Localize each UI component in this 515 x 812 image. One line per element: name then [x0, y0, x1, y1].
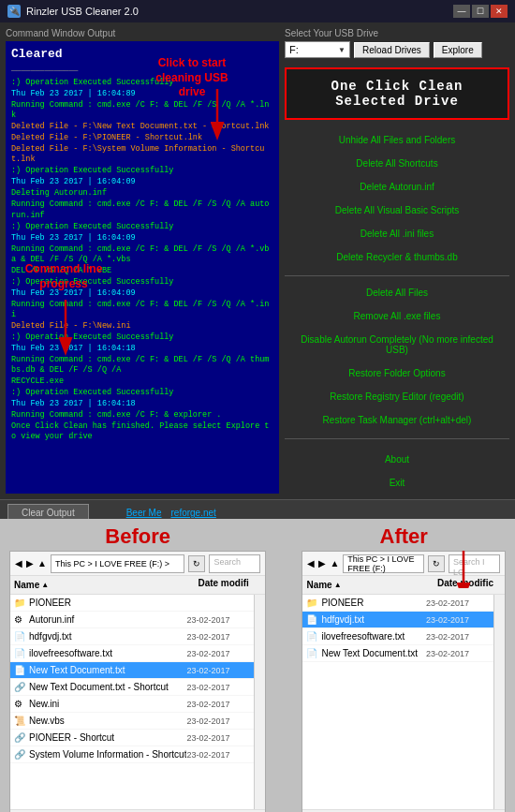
cmd-line: RECYCLE.exe [11, 376, 273, 387]
cmd-line: Deleted File - F:\System Volume Informat… [11, 144, 273, 165]
minimize-button[interactable]: — [453, 5, 470, 18]
delete-autorun-button[interactable]: Delete Autorun.inf [285, 178, 509, 196]
delete-all-files-button[interactable]: Delete All Files [285, 284, 509, 302]
after-explorer[interactable]: ◀ ▶ ▲ This PC > I LOVE FREE (F:) ↻ Searc… [302, 551, 506, 812]
list-item[interactable]: 🔗 System Volume Information - Shortcut 2… [10, 746, 254, 763]
after-column: After ◀ ▶ ▲ This PC > I LOVE FREE (F:) [298, 523, 509, 812]
maximize-button[interactable]: ☐ [472, 5, 489, 18]
cmd-separator: —————————————— [11, 66, 273, 77]
name-column-header: Name ▲ [306, 578, 437, 592]
cmd-line: :) Operation Executed Successfully [11, 277, 273, 288]
drive-panel-title: Select Your USB Drive [285, 28, 509, 38]
list-item[interactable]: ⚙ New.ini 23-02-2017 [10, 696, 254, 713]
cmd-line: Thu Feb 23 2017 | 16:04:09 [11, 177, 273, 187]
cmd-line: Thu Feb 23 2017 | 16:04:09 [11, 288, 273, 299]
close-button[interactable]: ✕ [491, 5, 508, 18]
back-icon[interactable]: ◀ [15, 558, 22, 568]
shortcut-icon: 🔗 [14, 749, 27, 760]
drive-section: Select Your USB Drive F: ▼ Reload Drives… [285, 28, 509, 64]
reforge-link[interactable]: reforge.net [171, 508, 216, 518]
cmd-output: Cleared —————————————— :) Operation Exec… [6, 41, 279, 494]
path-text: This PC > I LOVE FREE (F:) [347, 554, 419, 573]
after-addressbar: ◀ ▶ ▲ This PC > I LOVE FREE (F:) ↻ Searc… [302, 552, 505, 576]
list-item[interactable]: 📄 New Text Document.txt 23-02-2017 [10, 662, 254, 679]
delete-recycler-button[interactable]: Delete Recycler & thumbs.db [285, 248, 509, 266]
restore-folder-options-button[interactable]: Restore Folder Options [285, 364, 509, 382]
list-item[interactable]: 📄 ilovefreesoftware.txt 23-02-2017 [10, 645, 254, 662]
window-title: Rinzler USB Cleaner 2.0 [26, 6, 139, 17]
list-item[interactable]: 📄 New Text Document.txt 23-02-2017 [302, 645, 493, 662]
unhide-files-button[interactable]: Unhide All Files and Folders [285, 131, 509, 149]
list-item[interactable]: 🔗 New Text Document.txt - Shortcut 23-02… [10, 679, 254, 696]
forward-icon[interactable]: ▶ [318, 558, 326, 568]
cmd-line: Deleted File - F:\New Text Document.txt … [11, 122, 273, 132]
list-item[interactable]: 📁 PIONEER 23-02-2017 [302, 595, 493, 612]
cmd-line: :) Operation Executed Successfully [11, 332, 273, 343]
cmd-line: Deleted File - F:\New.ini [11, 321, 273, 332]
app-icon: 🔌 [7, 5, 21, 18]
separator-2 [285, 438, 509, 439]
restore-registry-button[interactable]: Restore Registry Editor (regedit) [285, 388, 509, 406]
file-icon: 📄 [14, 631, 27, 642]
cmd-line: Running Command : cmd.exe /C F: & DEL /F… [11, 355, 273, 376]
before-addressbar: ◀ ▶ ▲ This PC > I LOVE FREE (F:) > ↻ Sea… [10, 552, 265, 576]
cmd-line: Running Command : cmd.exe /C F: & DEL /F… [11, 199, 273, 220]
delete-shortcuts-button[interactable]: Delete All Shortcuts [285, 155, 509, 172]
forward-icon[interactable]: ▶ [26, 558, 34, 568]
before-explorer[interactable]: ◀ ▶ ▲ This PC > I LOVE FREE (F:) > ↻ Sea… [9, 551, 266, 812]
drive-select-dropdown[interactable]: F: ▼ [285, 41, 350, 58]
window-controls: — ☐ ✕ [453, 5, 508, 18]
before-after-section: Before ◀ ▶ ▲ This PC > I LOVE FREE (F:) … [0, 519, 515, 812]
app-body: Command Window Output Cleared ——————————… [0, 22, 515, 519]
exit-button[interactable]: Exit [285, 474, 509, 492]
reload-drives-button[interactable]: Reload Drives [354, 42, 430, 58]
title-bar: 🔌 Rinzler USB Cleaner 2.0 — ☐ ✕ [0, 0, 515, 22]
after-label: After [302, 524, 506, 549]
delete-vbs-button[interactable]: Delete All Visual Basic Scripts [285, 201, 509, 219]
up-icon[interactable]: ▲ [330, 558, 339, 568]
before-file-list: 📁 PIONEER ⚙ Autorun.inf 23-02-2017 📄 hdf… [10, 595, 254, 809]
folder-icon: 📁 [14, 598, 27, 608]
cmd-line: Running Command : cmd.exe /C F: & DEL /F… [11, 244, 273, 265]
cmd-line: Thu Feb 23 2017 | 16:04:89 [11, 89, 273, 99]
search-placeholder: Search I LO [453, 557, 485, 577]
delete-ini-button[interactable]: Delete All .ini files [285, 225, 509, 243]
sort-icon: ▲ [334, 581, 342, 589]
back-icon[interactable]: ◀ [307, 558, 315, 568]
refresh-btn[interactable]: ↻ [188, 555, 205, 572]
after-search-input[interactable]: Search I LO [449, 554, 500, 573]
one-click-clean-button[interactable]: One Click Clean Selected Drive [285, 67, 509, 120]
list-item[interactable]: 📄 ilovefreesoftware.txt 23-02-2017 [302, 628, 493, 645]
cmd-panel-title: Command Window Output [6, 28, 279, 38]
list-item[interactable]: 📜 New.vbs 23-02-2017 [10, 713, 254, 730]
remove-exe-button[interactable]: Remove All .exe files [285, 307, 509, 325]
cmd-line: :) Operation Executed Successfully [11, 166, 273, 176]
cmd-line: Running Command : cmd.exe /C F: & explor… [11, 410, 273, 421]
after-file-list-body: 📁 PIONEER 23-02-2017 📄 hdfgvdj.txt 23-02… [302, 595, 505, 809]
list-item[interactable]: 🔗 PIONEER - Shortcut 23-02-2017 [10, 730, 254, 746]
about-button[interactable]: About [285, 450, 509, 468]
list-item[interactable]: ⚙ Autorun.inf 23-02-2017 [10, 612, 254, 628]
after-column-headers: Name ▲ Date modific [302, 576, 505, 595]
explore-button[interactable]: Explore [434, 42, 482, 58]
list-item[interactable]: 📁 PIONEER [10, 595, 254, 612]
restore-taskmanager-button[interactable]: Restore Task Manager (ctrl+alt+del) [285, 411, 509, 429]
before-scrollbar[interactable] [254, 595, 265, 809]
before-search-input[interactable]: Search [209, 554, 260, 573]
cmd-line: DEL /F /S /Q /A *.VBE [11, 266, 273, 276]
list-item[interactable]: 📄 hdfgvdj.txt 23-02-2017 [302, 612, 493, 628]
name-column-header: Name ▲ [14, 578, 198, 592]
file-icon: ⚙ [14, 614, 27, 625]
beer-me-link[interactable]: Beer Me [126, 508, 162, 518]
up-icon[interactable]: ▲ [37, 558, 47, 568]
cmd-line: Deleting Autorun.inf [11, 188, 273, 199]
list-item[interactable]: 📄 hdfgvdj.txt 23-02-2017 [10, 628, 254, 645]
cmd-line: Thu Feb 23 2017 | 16:04:09 [11, 233, 273, 244]
after-address-path[interactable]: This PC > I LOVE FREE (F:) [343, 554, 424, 573]
cmd-line: Deleted File - F:\PIONEER - Shortcut.lnk [11, 133, 273, 143]
refresh-btn[interactable]: ↻ [428, 555, 445, 572]
before-address-path[interactable]: This PC > I LOVE FREE (F:) > [51, 554, 185, 573]
disable-autorun-button[interactable]: Disable Autorun Completely (No more infe… [285, 331, 509, 359]
right-panel: Select Your USB Drive F: ▼ Reload Drives… [285, 28, 509, 494]
after-scrollbar[interactable] [493, 595, 505, 809]
